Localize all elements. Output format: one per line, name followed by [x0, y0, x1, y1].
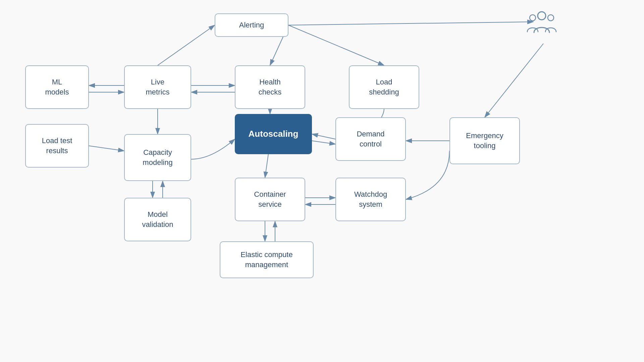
model-validation-node: Modelvalidation: [124, 198, 191, 241]
svg-point-25: [530, 15, 536, 21]
architecture-diagram: Alerting Livemetrics Healthchecks Loadsh…: [0, 0, 644, 362]
capacity-modeling-node: Capacitymodeling: [124, 134, 191, 181]
people-icon: [527, 8, 557, 40]
load-test-results-node: Load testresults: [25, 124, 89, 168]
svg-point-26: [548, 15, 554, 21]
live-metrics-node: Livemetrics: [124, 65, 191, 109]
svg-line-5: [288, 22, 533, 25]
emergency-tooling-node: Emergencytooling: [449, 117, 520, 164]
svg-line-2: [158, 25, 215, 65]
svg-line-12: [89, 146, 124, 151]
svg-line-4: [288, 25, 384, 65]
svg-line-16: [312, 134, 335, 139]
demand-control-node: Demandcontrol: [335, 117, 406, 161]
ml-models-node: MLmodels: [25, 65, 89, 109]
watchdog-system-node: Watchdogsystem: [335, 178, 406, 221]
svg-line-6: [485, 44, 543, 117]
svg-point-24: [538, 12, 546, 20]
health-checks-node: Healthchecks: [235, 65, 305, 109]
autoscaling-node: Autoscaling: [235, 114, 312, 154]
load-shedding-node: Loadshedding: [349, 65, 419, 109]
elastic-compute-node: Elastic computemanagement: [220, 241, 314, 278]
alerting-node: Alerting: [215, 13, 288, 37]
svg-line-19: [265, 154, 268, 178]
svg-line-17: [312, 141, 335, 144]
container-service-node: Containerservice: [235, 178, 305, 221]
